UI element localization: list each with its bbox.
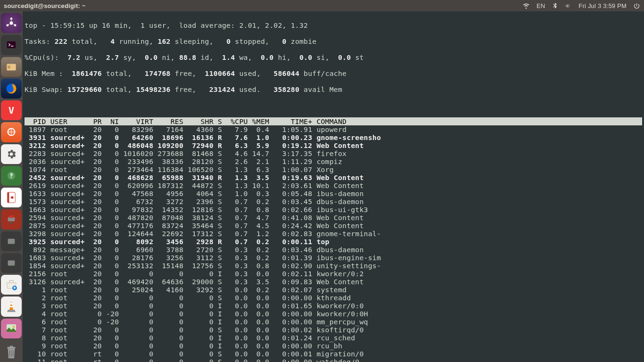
svg-rect-4 <box>7 41 16 49</box>
launcher-document[interactable] <box>1 188 22 207</box>
launcher-screenshot[interactable] <box>1 319 22 338</box>
column-header: PID USER PR NI VIRT RES SHR S %CPU %MEM … <box>25 117 642 125</box>
process-row: 8 root 20 0 0 0 0 I 0.0 0.0 0:01.24 rcu_… <box>25 334 642 342</box>
process-row: 1897 root 20 0 83296 7164 4360 S 7.9 0.4… <box>25 125 642 133</box>
power-icon[interactable] <box>633 2 640 9</box>
launcher-settings[interactable] <box>1 144 22 164</box>
launcher-files[interactable] <box>1 57 22 77</box>
process-row: 7 root 20 0 0 0 0 S 0.0 0.0 0:00.02 ksof… <box>25 326 642 334</box>
top-line-1: top - 15:59:15 up 16 min, 1 user, load a… <box>25 21 642 29</box>
launcher-disk2[interactable] <box>1 253 22 273</box>
launcher-firefox[interactable] <box>1 79 22 99</box>
process-row: 1573 sourced+ 20 0 6732 3272 2396 S 0.7 … <box>25 197 642 206</box>
svg-rect-15 <box>9 215 13 218</box>
process-row: 3925 sourced+ 20 0 8092 3456 2928 R 0.7 … <box>25 238 642 246</box>
svg-rect-21 <box>10 303 12 304</box>
launcher-vivaldi[interactable]: V <box>1 100 22 120</box>
svg-rect-7 <box>8 67 10 68</box>
launcher-disk1[interactable] <box>1 231 22 251</box>
process-row: 2594 sourced+ 20 0 487820 87048 38124 S … <box>25 214 642 222</box>
svg-point-3 <box>14 24 17 26</box>
process-row: 2875 sourced+ 20 0 477176 83724 35464 S … <box>25 222 642 230</box>
launcher-software[interactable] <box>1 275 22 295</box>
process-row: 1663 sourced+ 20 0 97832 14352 12816 S 0… <box>25 206 642 214</box>
top-line-4: KiB Mem : 1861476 total, 174768 free, 11… <box>25 69 642 77</box>
svg-point-0 <box>10 22 13 25</box>
wifi-icon[interactable] <box>522 2 530 9</box>
process-row: 9 root 20 0 0 0 0 I 0.0 0.0 0:00.00 rcu_… <box>25 342 642 350</box>
process-row: 6 root 0 -20 0 0 0 I 0.0 0.0 0:00.00 mm_… <box>25 318 642 326</box>
process-row: 1 root 20 0 25024 4160 3292 S 0.0 0.2 0:… <box>25 286 642 294</box>
svg-rect-27 <box>9 346 13 348</box>
process-row: 11 root rt 0 0 0 0 S 0.0 0.0 0:00.00 wat… <box>25 358 642 362</box>
svg-rect-6 <box>8 66 10 66</box>
process-row: 2619 sourced+ 20 0 620996 187312 44872 S… <box>25 181 642 189</box>
process-row: 3126 sourced+ 20 0 469420 64636 29000 S … <box>25 278 642 286</box>
launcher-vlc[interactable] <box>1 296 22 316</box>
process-row: 2283 sourced+ 20 0 1016020 273688 81468 … <box>25 149 642 157</box>
process-row: 892 message+ 20 0 6960 3788 2720 S 0.3 0… <box>25 246 642 254</box>
process-row: 2036 sourced+ 20 0 233496 38336 28120 S … <box>25 157 642 165</box>
launcher-trash[interactable] <box>1 342 22 362</box>
process-row: 2452 sourced+ 20 0 468628 65988 31940 R … <box>25 173 642 181</box>
process-row: 2 root 20 0 0 0 0 S 0.0 0.0 0:00.00 kthr… <box>25 294 642 302</box>
process-row: 1074 root 20 0 273464 116384 106520 S 1.… <box>25 165 642 173</box>
process-row: 1633 sourced+ 20 0 47568 4956 4064 S 1.0… <box>25 189 642 197</box>
launcher-terminal[interactable] <box>1 35 22 55</box>
bluetooth-icon[interactable] <box>552 2 558 9</box>
launcher-help[interactable] <box>1 166 22 186</box>
svg-rect-12 <box>8 192 9 203</box>
top-line-5: KiB Swap: 15729660 total, 15498236 free,… <box>25 85 642 93</box>
process-row: 3 root 20 0 0 0 0 I 0.0 0.0 0:01.65 kwor… <box>25 302 642 310</box>
terminal[interactable]: top - 15:59:15 up 16 min, 1 user, load a… <box>23 11 644 362</box>
svg-point-13 <box>11 196 14 199</box>
launcher-app-orange[interactable] <box>1 122 22 142</box>
process-row: 3298 sourced+ 20 0 124644 22692 17312 S … <box>25 230 642 238</box>
process-row: 1854 sourced+ 20 0 253132 15148 12756 S … <box>25 262 642 270</box>
launcher-transmission[interactable] <box>1 209 22 229</box>
menubar[interactable]: sourcedigit@sourcedigit: ~ EN Fri Jul 3 … <box>0 0 644 11</box>
process-row: 10 root rt 0 0 0 0 S 0.0 0.0 0:00.01 mig… <box>25 350 642 358</box>
svg-point-2 <box>7 24 9 26</box>
top-line-3: %Cpu(s): 7.2 us, 2.7 sy, 0.0 ni, 88.8 id… <box>25 53 642 61</box>
process-row: 1683 sourced+ 20 0 28176 3256 3112 S 0.3… <box>25 254 642 262</box>
svg-point-1 <box>10 17 13 20</box>
process-row: 3931 sourced+ 20 0 64260 18696 16136 R 7… <box>25 133 642 141</box>
window-title: sourcedigit@sourcedigit: ~ <box>4 2 86 9</box>
svg-rect-5 <box>7 64 16 70</box>
clock[interactable]: Fri Jul 3 3:59 PM <box>578 2 627 9</box>
svg-point-19 <box>13 263 14 265</box>
process-row: 2156 root 20 0 0 0 0 I 0.3 0.0 0:02.11 k… <box>25 270 642 278</box>
launcher: V <box>0 11 23 362</box>
svg-point-25 <box>13 326 15 328</box>
top-line-2: Tasks: 222 total, 4 running, 162 sleepin… <box>25 37 642 45</box>
lang-indicator[interactable]: EN <box>537 2 545 9</box>
process-row: 4 root 0 -20 0 0 0 I 0.0 0.0 0:00.00 kwo… <box>25 310 642 318</box>
process-row: 3212 sourced+ 20 0 486048 109200 72940 R… <box>25 141 642 149</box>
svg-point-17 <box>13 242 14 243</box>
volume-icon[interactable] <box>565 2 572 9</box>
launcher-dash[interactable] <box>1 13 22 33</box>
svg-rect-22 <box>10 306 13 307</box>
